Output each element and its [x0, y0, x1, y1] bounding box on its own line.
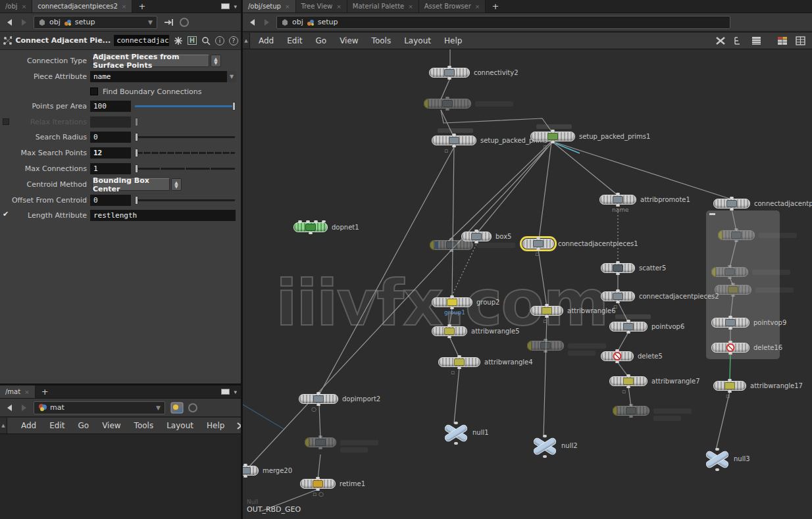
close-tab-icon[interactable]: ×	[285, 3, 290, 10]
node-ghost[interactable]	[305, 437, 336, 447]
tools-icon[interactable]	[715, 36, 726, 45]
max-search-points-slider[interactable]	[135, 152, 235, 154]
forward-icon[interactable]	[262, 18, 271, 26]
node-null2[interactable]: null2	[532, 436, 557, 456]
menu-tools[interactable]: Tools	[128, 420, 161, 432]
node-pointvop9[interactable]: pointvop9	[711, 318, 749, 328]
layout-grid-icon[interactable]	[796, 36, 805, 45]
menu-help[interactable]: Help	[438, 35, 469, 47]
menu-help[interactable]: Help	[200, 420, 231, 432]
close-tab-icon[interactable]: ×	[408, 3, 413, 10]
color-palette-icon[interactable]	[777, 36, 788, 45]
link-icon[interactable]	[180, 18, 189, 27]
node-pointvop6[interactable]: pointvop6	[609, 322, 647, 332]
node-name-field[interactable]: connectadjacent	[114, 35, 169, 46]
centroid-method-stepper[interactable]: ▲▼	[171, 178, 182, 191]
max-search-points-field[interactable]: 12	[90, 147, 131, 159]
search-radius-slider[interactable]	[135, 136, 235, 138]
length-attribute-field[interactable]: restlength	[90, 210, 236, 221]
new-tab-button[interactable]: +	[132, 0, 151, 12]
menu-layout[interactable]: Layout	[160, 420, 200, 432]
node-attribwrangle7[interactable]: attribwrangle7▫	[609, 376, 647, 386]
pane-menu-icon[interactable]: ▾	[234, 3, 237, 10]
points-per-area-field[interactable]: 100	[90, 101, 131, 112]
node-connectivity2[interactable]: connectivity2	[429, 68, 470, 78]
tools-icon[interactable]	[236, 422, 241, 430]
node-retime1[interactable]: retime1▫ ○	[300, 479, 336, 489]
node-attribwrangle5[interactable]: attribwrangle5	[432, 326, 467, 336]
max-connections-field[interactable]: 1	[90, 163, 131, 174]
link-icon[interactable]	[188, 403, 197, 412]
menu-go[interactable]: Go	[309, 35, 333, 47]
pane-collapse-handle[interactable]: ▲	[0, 418, 7, 433]
node-setup_packed_prims[interactable]: setup_packed_prims▫	[432, 136, 476, 145]
tab-material-palette[interactable]: Material Palette×	[347, 0, 419, 12]
new-tab-button[interactable]: +	[36, 385, 55, 398]
points-per-area-handle[interactable]	[232, 102, 236, 111]
search-icon[interactable]	[201, 36, 211, 45]
pane-menu-icon[interactable]: ▾	[234, 389, 237, 395]
node-null3[interactable]: null3	[705, 449, 730, 469]
node-setup_packed_prims1[interactable]: setup_packed_prims1▫	[530, 132, 575, 141]
back-icon[interactable]	[5, 18, 14, 26]
relax-iterations-handle[interactable]	[135, 118, 138, 126]
node-connectadjacentpieces2[interactable]: connectadjacentpieces2▫	[601, 291, 635, 301]
offset-centroid-field[interactable]: 0	[90, 195, 131, 206]
node-attribpromote1[interactable]: attribpromote1name	[599, 195, 636, 205]
connection-type-menu[interactable]: Adjacent Pieces from Surface Points	[92, 55, 209, 67]
node-ghost[interactable]	[715, 285, 751, 295]
new-tab-button[interactable]: +	[486, 0, 505, 12]
snapshot-icon[interactable]	[170, 402, 184, 414]
node-attribwrangle4[interactable]: attribwrangle4▫	[438, 357, 480, 367]
close-tab-icon[interactable]: ×	[475, 3, 480, 10]
param-path-field[interactable]: obj setup ▼	[34, 16, 157, 29]
menu-tools[interactable]: Tools	[365, 35, 398, 47]
path-parent[interactable]: obj	[49, 18, 61, 26]
path-dropdown-icon[interactable]: ▼	[143, 19, 153, 26]
path-current[interactable]: mat	[50, 403, 64, 412]
node-ghost[interactable]	[711, 267, 748, 277]
node-ghost[interactable]	[718, 230, 755, 240]
houdini-badge-icon[interactable]: H	[188, 36, 197, 45]
node-ghost[interactable]	[613, 406, 649, 416]
menu-edit[interactable]: Edit	[280, 35, 309, 47]
close-tab-icon[interactable]: ×	[336, 3, 342, 10]
piece-attribute-field[interactable]: name	[90, 71, 227, 82]
tab-tree-view[interactable]: Tree View×	[296, 0, 347, 12]
relax-iterations-field[interactable]	[90, 116, 131, 128]
search-radius-handle[interactable]	[135, 133, 138, 141]
tab--obj-setup[interactable]: /obj/setup×	[243, 0, 296, 12]
node-dopimport2[interactable]: dopimport2○	[299, 394, 338, 404]
find-boundary-checkbox[interactable]	[90, 87, 98, 95]
tab--obj[interactable]: /obj×	[0, 0, 32, 12]
pane-collapse-handle[interactable]: ▲	[243, 33, 250, 49]
tree-view-icon[interactable]	[734, 36, 744, 45]
points-per-area-slider[interactable]	[135, 105, 235, 107]
menu-view[interactable]: View	[95, 420, 127, 432]
tab-connectadjacentpieces2[interactable]: connectadjacentpieces2×	[32, 0, 132, 12]
node-ghost[interactable]	[527, 341, 564, 351]
node-connectadjacentpieces7[interactable]: connectadjacentpieces7	[713, 199, 750, 209]
node-ghost[interactable]	[430, 240, 473, 250]
connection-type-stepper[interactable]: ▲▼	[211, 55, 221, 67]
tab--mat[interactable]: /mat×	[0, 385, 36, 398]
max-connections-handle[interactable]	[135, 164, 138, 173]
node-attribwrangle6[interactable]: attribwrangle6▫	[530, 306, 563, 316]
close-tab-icon[interactable]: ×	[24, 389, 30, 395]
search-radius-field[interactable]: 0	[90, 132, 131, 143]
node-scatter5[interactable]: scatter5	[601, 263, 635, 273]
gear-icon[interactable]	[174, 36, 183, 45]
close-tab-icon[interactable]: ×	[122, 3, 127, 10]
pane-layout-icon[interactable]	[221, 389, 230, 395]
info-icon[interactable]: i	[215, 36, 224, 45]
list-grid-icon[interactable]	[751, 36, 761, 45]
offset-centroid-handle[interactable]	[135, 196, 138, 205]
node-connectadjacentpieces1[interactable]: connectadjacentpieces1▫	[522, 239, 554, 249]
back-icon[interactable]	[248, 18, 257, 26]
node-merge20[interactable]: merge20	[243, 466, 259, 476]
piece-attribute-combo-icon[interactable]: ▼	[227, 71, 236, 82]
menu-add[interactable]: Add	[14, 420, 43, 432]
node-delete16[interactable]: delete16	[711, 343, 749, 353]
menu-view[interactable]: View	[333, 35, 365, 47]
path-dropdown-icon[interactable]: ▼	[151, 405, 161, 411]
